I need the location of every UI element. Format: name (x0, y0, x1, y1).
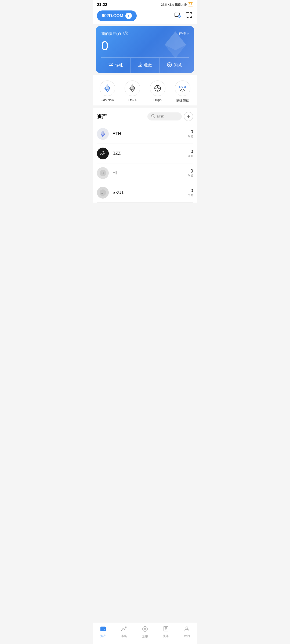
svg-rect-9 (187, 12, 187, 14)
bzz-values: 0 ¥ 0 (188, 149, 193, 158)
sku1-values: 0 ¥ 0 (188, 188, 193, 197)
eth-name: ETH (113, 131, 188, 136)
add-wallet-icon[interactable] (174, 11, 181, 20)
svg-rect-11 (187, 16, 187, 18)
transfer-button[interactable]: 转账 (101, 58, 130, 73)
eth2-icon-circle (125, 80, 140, 96)
svg-point-48 (101, 153, 102, 155)
bzz-cny: ¥ 0 (188, 154, 193, 158)
signal-icon: G (182, 2, 187, 7)
hi-logo: hi (97, 167, 109, 179)
dapp-label: DApp (154, 98, 162, 102)
transfer-label: 转账 (115, 63, 123, 68)
svg-rect-3 (185, 3, 186, 6)
quick-item-eth2[interactable]: Eth2.0 (125, 80, 140, 103)
hi-values: 0 ¥ 0 (188, 169, 193, 178)
dapp-icon-circle (150, 80, 165, 96)
svg-line-39 (154, 117, 155, 118)
quick-item-gas-now[interactable]: Gas Now (100, 80, 115, 103)
asset-label: 我的资产(¥) (101, 31, 128, 36)
header: 902D.COM › (93, 8, 197, 24)
assets-header: 资产 + (97, 108, 193, 124)
sku1-cny: ¥ 0 (188, 193, 193, 197)
svg-rect-0 (182, 5, 182, 6)
asset-item-sku1[interactable]: SKU SKU1 0 ¥ 0 (97, 183, 193, 203)
hd-badge: HD (175, 3, 180, 6)
svg-point-17 (125, 32, 126, 34)
svg-point-32 (157, 87, 158, 89)
sku1-name: SKU1 (113, 190, 188, 195)
svg-point-22 (167, 63, 172, 67)
brand-arrow-icon: › (125, 13, 132, 19)
status-icons: 27.8 KB/s HD G 18 (161, 2, 193, 7)
header-icons (174, 11, 193, 20)
bzz-logo (97, 148, 109, 159)
asset-item-bzz[interactable]: BZZ 0 ¥ 0 (97, 144, 193, 163)
swap-icon (167, 62, 172, 69)
svg-marker-37 (180, 89, 185, 91)
add-chain-label: 快捷加链 (176, 98, 189, 103)
asset-list: ETH 0 ¥ 0 BZZ (97, 124, 193, 203)
battery-indicator: 18 (188, 2, 193, 6)
search-bar[interactable] (147, 112, 182, 120)
assets-section: 资产 + (93, 108, 197, 203)
svg-text:hi: hi (102, 172, 104, 175)
bzz-amount: 0 (188, 149, 193, 154)
search-input[interactable] (157, 114, 178, 119)
quick-item-add-chain[interactable]: EVM 快捷加链 (175, 80, 190, 103)
svg-rect-1 (183, 4, 183, 6)
svg-point-47 (102, 151, 104, 153)
eye-icon[interactable] (123, 31, 128, 36)
brand-name: 902D.COM (102, 13, 123, 18)
hi-name: HI (113, 171, 188, 175)
status-time: 21:22 (97, 2, 107, 7)
asset-card: 我的资产(¥) 详情 > 0 (96, 26, 194, 73)
eth-values: 0 ¥ 0 (188, 130, 193, 138)
gas-now-label: Gas Now (101, 98, 114, 102)
svg-text:SKU: SKU (101, 192, 105, 195)
hi-cny: ¥ 0 (188, 174, 193, 178)
eth-cny: ¥ 0 (188, 134, 193, 138)
search-icon (151, 114, 155, 119)
hi-amount: 0 (188, 169, 193, 174)
speed-indicator: 27.8 KB/s (161, 3, 174, 6)
svg-rect-2 (184, 3, 184, 6)
eth-logo (97, 128, 109, 140)
bzz-name: BZZ (113, 151, 188, 156)
scan-icon[interactable] (186, 11, 193, 20)
receive-label: 收款 (144, 63, 152, 68)
eth2-label: Eth2.0 (128, 98, 137, 102)
add-asset-button[interactable]: + (184, 112, 193, 121)
transfer-icon (108, 63, 114, 68)
sku1-logo: SKU (97, 187, 109, 199)
gas-now-icon-circle (100, 80, 115, 96)
svg-point-49 (103, 153, 105, 155)
asset-item-hi[interactable]: hi HI 0 ¥ 0 (97, 163, 193, 183)
quick-item-dapp[interactable]: DApp (150, 80, 165, 103)
svg-marker-21 (175, 31, 186, 50)
asset-item-eth[interactable]: ETH 0 ¥ 0 (97, 124, 193, 144)
svg-text:G: G (186, 4, 187, 6)
receive-icon (138, 62, 143, 68)
receive-button[interactable]: 收款 (130, 58, 160, 73)
quick-menu: Gas Now Eth2.0 (93, 75, 197, 105)
svg-rect-15 (191, 16, 192, 18)
add-chain-icon-circle: EVM (175, 80, 190, 96)
brand-button[interactable]: 902D.COM › (97, 10, 137, 21)
svg-point-16 (123, 32, 128, 35)
status-bar: 21:22 27.8 KB/s HD G 18 (93, 0, 197, 8)
sku1-amount: 0 (188, 188, 193, 193)
eth-amount: 0 (188, 130, 193, 134)
svg-marker-20 (165, 31, 175, 50)
swap-label: 闪兑 (174, 63, 182, 68)
svg-rect-13 (191, 12, 192, 14)
assets-title: 资产 (97, 113, 107, 120)
